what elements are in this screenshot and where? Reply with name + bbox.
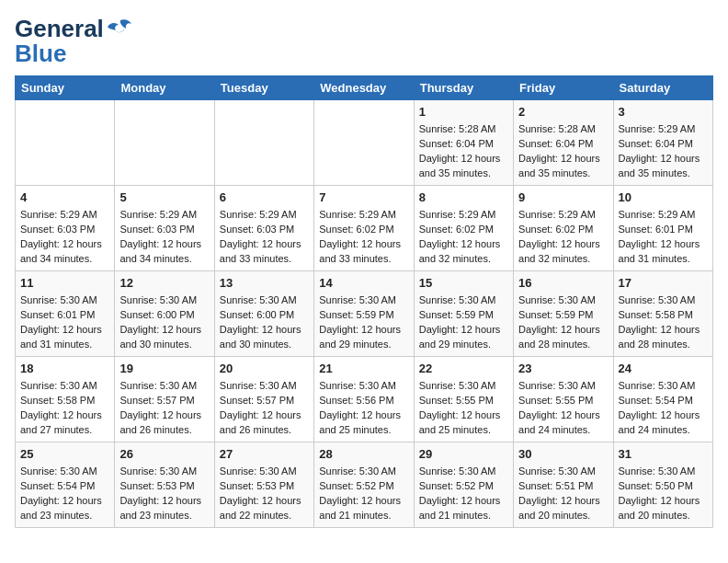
day-number: 2	[518, 104, 608, 121]
day-content: Sunrise: 5:30 AM Sunset: 5:50 PM Dayligh…	[619, 465, 708, 523]
calendar-cell: 12Sunrise: 5:30 AM Sunset: 6:00 PM Dayli…	[115, 270, 214, 356]
day-content: Sunrise: 5:29 AM Sunset: 6:02 PM Dayligh…	[518, 208, 608, 267]
calendar-cell: 7Sunrise: 5:29 AM Sunset: 6:02 PM Daylig…	[314, 185, 414, 270]
day-content: Sunrise: 5:30 AM Sunset: 5:55 PM Dayligh…	[419, 379, 508, 438]
day-content: Sunrise: 5:30 AM Sunset: 5:52 PM Dayligh…	[419, 465, 508, 523]
day-number: 26	[119, 446, 209, 463]
calendar-day-header: Friday	[514, 76, 613, 100]
day-content: Sunrise: 5:30 AM Sunset: 5:53 PM Dayligh…	[119, 465, 209, 523]
day-number: 10	[619, 190, 708, 206]
calendar-cell: 26Sunrise: 5:30 AM Sunset: 5:53 PM Dayli…	[115, 442, 214, 527]
calendar-day-header: Tuesday	[214, 76, 313, 100]
day-number: 18	[20, 361, 109, 377]
calendar-cell: 14Sunrise: 5:30 AM Sunset: 5:59 PM Dayli…	[314, 270, 414, 356]
day-number: 16	[518, 275, 608, 292]
logo: General Blue	[15, 15, 133, 68]
day-number: 14	[319, 275, 408, 292]
calendar-cell: 21Sunrise: 5:30 AM Sunset: 5:56 PM Dayli…	[314, 356, 414, 442]
calendar-cell: 15Sunrise: 5:30 AM Sunset: 5:59 PM Dayli…	[414, 270, 513, 356]
day-number: 12	[119, 275, 209, 292]
day-number: 29	[419, 446, 508, 463]
day-content: Sunrise: 5:30 AM Sunset: 5:52 PM Dayligh…	[319, 465, 408, 523]
calendar-cell: 31Sunrise: 5:30 AM Sunset: 5:50 PM Dayli…	[613, 442, 712, 527]
day-content: Sunrise: 5:29 AM Sunset: 6:01 PM Dayligh…	[619, 208, 708, 267]
day-number: 24	[619, 361, 708, 377]
day-content: Sunrise: 5:30 AM Sunset: 6:01 PM Dayligh…	[20, 293, 109, 352]
calendar-cell: 6Sunrise: 5:29 AM Sunset: 6:03 PM Daylig…	[214, 185, 313, 270]
calendar-cell: 27Sunrise: 5:30 AM Sunset: 5:53 PM Dayli…	[214, 442, 313, 527]
page-header: General Blue	[15, 15, 713, 68]
day-content: Sunrise: 5:30 AM Sunset: 5:54 PM Dayligh…	[619, 379, 708, 438]
calendar-cell: 4Sunrise: 5:29 AM Sunset: 6:03 PM Daylig…	[16, 185, 115, 270]
day-content: Sunrise: 5:30 AM Sunset: 5:57 PM Dayligh…	[119, 379, 209, 438]
day-number: 9	[518, 190, 608, 206]
day-number: 27	[220, 446, 309, 463]
calendar-cell: 23Sunrise: 5:30 AM Sunset: 5:55 PM Dayli…	[514, 356, 613, 442]
logo-general-text: General	[15, 15, 104, 42]
calendar-cell: 24Sunrise: 5:30 AM Sunset: 5:54 PM Dayli…	[613, 356, 712, 442]
calendar-cell: 25Sunrise: 5:30 AM Sunset: 5:54 PM Dayli…	[16, 442, 115, 527]
day-content: Sunrise: 5:30 AM Sunset: 5:59 PM Dayligh…	[419, 293, 508, 352]
calendar-cell	[314, 100, 414, 186]
day-content: Sunrise: 5:30 AM Sunset: 6:00 PM Dayligh…	[119, 293, 209, 352]
calendar-cell	[16, 100, 115, 186]
day-content: Sunrise: 5:29 AM Sunset: 6:02 PM Dayligh…	[419, 208, 508, 267]
day-content: Sunrise: 5:30 AM Sunset: 5:56 PM Dayligh…	[319, 379, 408, 438]
calendar-cell: 3Sunrise: 5:29 AM Sunset: 6:04 PM Daylig…	[613, 100, 712, 186]
day-number: 31	[619, 446, 708, 463]
day-number: 21	[319, 361, 408, 377]
calendar-cell: 28Sunrise: 5:30 AM Sunset: 5:52 PM Dayli…	[314, 442, 414, 527]
day-number: 15	[419, 275, 508, 292]
calendar-cell: 2Sunrise: 5:28 AM Sunset: 6:04 PM Daylig…	[514, 100, 613, 186]
day-content: Sunrise: 5:30 AM Sunset: 5:58 PM Dayligh…	[619, 293, 708, 352]
logo-blue-text: Blue	[15, 40, 66, 68]
calendar-cell: 5Sunrise: 5:29 AM Sunset: 6:03 PM Daylig…	[115, 185, 214, 270]
calendar-cell: 13Sunrise: 5:30 AM Sunset: 6:00 PM Dayli…	[214, 270, 313, 356]
day-number: 8	[419, 190, 508, 206]
day-number: 11	[20, 275, 109, 292]
day-number: 3	[619, 104, 708, 121]
day-number: 23	[518, 361, 608, 377]
day-content: Sunrise: 5:30 AM Sunset: 5:59 PM Dayligh…	[319, 293, 408, 352]
calendar-day-header: Saturday	[613, 76, 712, 100]
day-number: 30	[518, 446, 608, 463]
day-number: 7	[319, 190, 408, 206]
calendar-cell: 9Sunrise: 5:29 AM Sunset: 6:02 PM Daylig…	[514, 185, 613, 270]
calendar-cell	[115, 100, 214, 186]
day-number: 25	[20, 446, 109, 463]
calendar-cell: 1Sunrise: 5:28 AM Sunset: 6:04 PM Daylig…	[414, 100, 513, 186]
day-number: 17	[619, 275, 708, 292]
day-content: Sunrise: 5:29 AM Sunset: 6:04 PM Dayligh…	[619, 122, 708, 181]
day-content: Sunrise: 5:30 AM Sunset: 5:53 PM Dayligh…	[220, 465, 309, 523]
day-content: Sunrise: 5:30 AM Sunset: 5:54 PM Dayligh…	[20, 465, 109, 523]
logo-bird-svg	[106, 19, 133, 40]
day-content: Sunrise: 5:30 AM Sunset: 5:58 PM Dayligh…	[20, 379, 109, 438]
day-content: Sunrise: 5:30 AM Sunset: 5:51 PM Dayligh…	[518, 465, 608, 523]
day-content: Sunrise: 5:30 AM Sunset: 5:55 PM Dayligh…	[518, 379, 608, 438]
calendar-cell: 22Sunrise: 5:30 AM Sunset: 5:55 PM Dayli…	[414, 356, 513, 442]
day-content: Sunrise: 5:29 AM Sunset: 6:02 PM Dayligh…	[319, 208, 408, 267]
day-number: 4	[20, 190, 109, 206]
calendar-day-header: Monday	[115, 76, 214, 100]
day-content: Sunrise: 5:29 AM Sunset: 6:03 PM Dayligh…	[20, 208, 109, 267]
day-content: Sunrise: 5:30 AM Sunset: 6:00 PM Dayligh…	[220, 293, 309, 352]
calendar-cell: 30Sunrise: 5:30 AM Sunset: 5:51 PM Dayli…	[514, 442, 613, 527]
day-content: Sunrise: 5:30 AM Sunset: 5:57 PM Dayligh…	[220, 379, 309, 438]
day-number: 22	[419, 361, 508, 377]
calendar-cell: 20Sunrise: 5:30 AM Sunset: 5:57 PM Dayli…	[214, 356, 313, 442]
day-content: Sunrise: 5:28 AM Sunset: 6:04 PM Dayligh…	[518, 122, 608, 181]
day-content: Sunrise: 5:30 AM Sunset: 5:59 PM Dayligh…	[518, 293, 608, 352]
calendar-cell: 16Sunrise: 5:30 AM Sunset: 5:59 PM Dayli…	[514, 270, 613, 356]
calendar-cell: 29Sunrise: 5:30 AM Sunset: 5:52 PM Dayli…	[414, 442, 513, 527]
day-number: 20	[220, 361, 309, 377]
calendar-cell: 17Sunrise: 5:30 AM Sunset: 5:58 PM Dayli…	[613, 270, 712, 356]
calendar-cell: 8Sunrise: 5:29 AM Sunset: 6:02 PM Daylig…	[414, 185, 513, 270]
day-number: 28	[319, 446, 408, 463]
day-content: Sunrise: 5:28 AM Sunset: 6:04 PM Dayligh…	[419, 122, 508, 181]
calendar-cell: 19Sunrise: 5:30 AM Sunset: 5:57 PM Dayli…	[115, 356, 214, 442]
day-number: 6	[220, 190, 309, 206]
day-number: 13	[220, 275, 309, 292]
day-number: 19	[119, 361, 209, 377]
calendar-cell: 11Sunrise: 5:30 AM Sunset: 6:01 PM Dayli…	[16, 270, 115, 356]
calendar-day-header: Wednesday	[314, 76, 414, 100]
